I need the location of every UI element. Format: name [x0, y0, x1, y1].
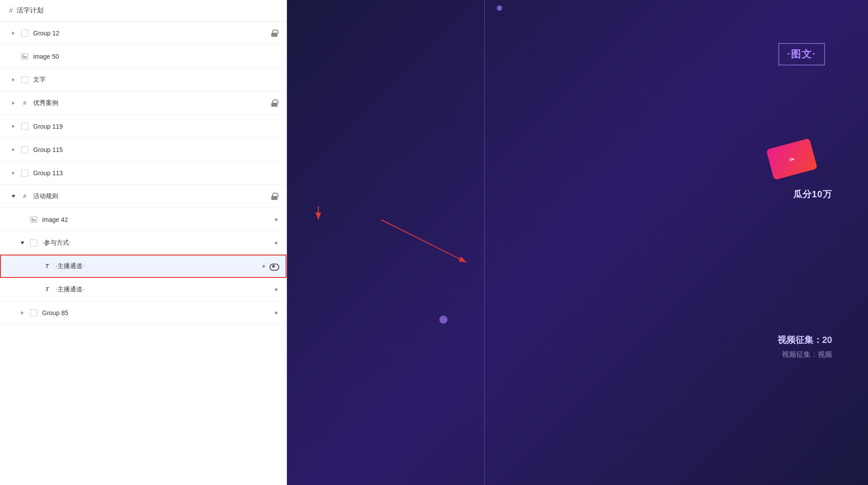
layer-name: Group 12 [33, 30, 268, 37]
chevron-right[interactable] [9, 171, 18, 175]
group-dashed-icon [20, 28, 30, 38]
hash-icon: # [9, 7, 13, 15]
selected-layer-item[interactable]: T ·主播通道· [0, 255, 286, 278]
chevron-down[interactable] [9, 195, 18, 198]
card-shape: //♦ [766, 138, 818, 180]
visibility-dot [275, 288, 278, 291]
image-icon [20, 52, 30, 61]
chevron-right[interactable] [18, 311, 27, 315]
canvas-main-text: 瓜分10万 [793, 188, 832, 200]
canvas-area[interactable]: ·图文· //♦ 瓜分10万 视频征集：20 视频征集：视频 [287, 0, 868, 485]
layer-item[interactable]: 文字 [0, 68, 286, 91]
chevron-right[interactable] [9, 101, 18, 105]
layers-panel: # 活字计划 Group 12 image 50 [0, 0, 287, 485]
group-dashed-icon [20, 145, 30, 155]
layer-name: image 50 [33, 53, 278, 60]
canvas-dot [497, 5, 502, 11]
canvas-card-icon: //♦ [769, 143, 823, 184]
layer-name: 优秀案例 [33, 99, 268, 107]
layer-item[interactable]: Group 119 [0, 115, 286, 138]
group-hash-icon: # [20, 191, 30, 201]
visibility-dot [275, 242, 278, 244]
panel-title: 活字计划 [17, 6, 43, 15]
chevron-right[interactable] [9, 125, 18, 128]
layer-name: ·主播通道· [56, 286, 271, 294]
layer-actions [275, 242, 278, 244]
layer-name: Group 115 [33, 146, 278, 153]
layer-item[interactable]: # 活动规则 [0, 185, 286, 208]
layer-actions [271, 100, 278, 107]
group-dashed-icon [20, 168, 30, 178]
image-icon [29, 215, 39, 225]
eye-icon[interactable] [269, 264, 278, 269]
layer-actions [262, 264, 278, 269]
layer-name: Group 119 [33, 123, 278, 130]
layer-actions [275, 218, 278, 221]
text-icon: T [42, 285, 52, 294]
layer-item[interactable]: image 50 [0, 45, 286, 68]
svg-line-2 [381, 220, 466, 262]
layer-name: ·主播通道· [56, 262, 259, 270]
layer-item[interactable]: # 优秀案例 [0, 91, 286, 115]
layer-item[interactable]: Group 85 [0, 301, 286, 325]
canvas-panel[interactable]: ·图文· //♦ 瓜分10万 视频征集：20 视频征集：视频 [287, 0, 868, 485]
group-dashed-icon [29, 308, 39, 318]
layer-name: image 42 [42, 216, 271, 223]
layer-item[interactable]: Group 115 [0, 138, 286, 161]
lock-icon [271, 100, 278, 107]
layer-item[interactable]: Group 12 [0, 22, 286, 45]
layer-actions [271, 30, 278, 37]
layer-name: 文字 [33, 76, 278, 84]
layer-actions [275, 312, 278, 314]
chevron-right[interactable] [9, 148, 18, 152]
canvas-video-sub: 视频征集：视频 [782, 350, 832, 359]
chevron-empty [9, 55, 18, 58]
chevron-right[interactable] [9, 78, 18, 82]
ruler-line [484, 0, 485, 485]
layer-name: Group 85 [42, 309, 271, 316]
lock-icon [271, 193, 278, 200]
visibility-dot [275, 312, 278, 314]
group-dashed-icon [20, 75, 30, 85]
canvas-video-text: 视频征集：20 [777, 334, 832, 346]
panel-header: # 活字计划 [0, 0, 286, 22]
layer-item[interactable]: image 42 [0, 208, 286, 231]
annotation-arrows [291, 193, 493, 291]
group-hash-icon: # [20, 98, 30, 108]
layer-item[interactable]: T ·主播通道· [0, 278, 286, 301]
chevron-right[interactable] [9, 31, 18, 35]
layer-name: 活动规则 [33, 192, 268, 200]
layer-name: Group 113 [33, 169, 278, 177]
layer-item[interactable]: Group 113 [0, 161, 286, 185]
visibility-dot [262, 265, 265, 268]
chevron-down[interactable] [18, 241, 27, 245]
layer-actions [271, 193, 278, 200]
visibility-dot [275, 218, 278, 221]
layer-actions [275, 288, 278, 291]
canvas-image-text-box: ·图文· [778, 43, 825, 65]
group-dashed-icon [29, 238, 39, 248]
lock-icon [271, 30, 278, 37]
layer-item[interactable]: ·参与方式· [0, 231, 286, 255]
layer-list[interactable]: Group 12 image 50 文字 [0, 22, 286, 485]
group-dashed-icon [20, 121, 30, 131]
canvas-bottom-dot [439, 316, 447, 324]
text-icon: T [42, 261, 52, 271]
layer-name: ·参与方式· [42, 239, 271, 247]
